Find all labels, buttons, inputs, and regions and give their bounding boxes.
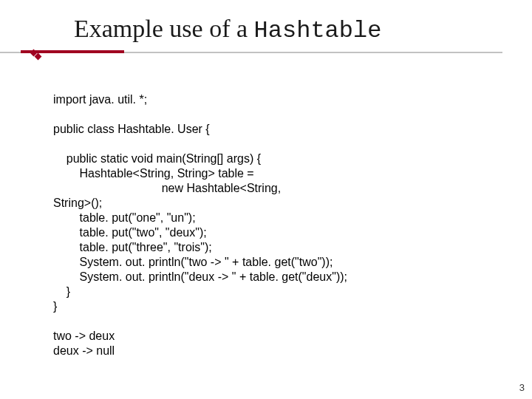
slide-title: Example use of a Hashtable — [0, 15, 532, 50]
code-line: System. out. println("deux -> " + table.… — [53, 270, 347, 283]
code-line: table. put("two", "deux"); — [53, 226, 207, 239]
code-line: public static void main(String[] args) { — [53, 152, 261, 165]
title-mono: Hashtable — [254, 17, 382, 44]
code-line: public class Hashtable. User { — [53, 123, 210, 135]
code-line: deux -> null — [53, 344, 115, 357]
code-line: Hashtable<String, String> table = — [53, 167, 254, 180]
code-line: } — [53, 300, 57, 313]
code-line: import java. util. *; — [53, 93, 147, 106]
code-line: table. put("one", "un"); — [53, 211, 196, 224]
title-block: Example use of a Hashtable — [0, 15, 532, 55]
code-line: } — [53, 285, 70, 298]
title-prefix: Example use of a — [74, 15, 254, 42]
code-line: table. put("three", "trois"); — [53, 241, 212, 253]
code-line: System. out. println("two -> " + table. … — [53, 256, 332, 268]
title-underline — [0, 50, 502, 55]
code-line: String>(); — [53, 197, 102, 209]
page-number: 3 — [519, 382, 525, 393]
code-line: two -> deux — [53, 330, 115, 342]
code-block: import java. util. *; public class Hasht… — [53, 78, 488, 358]
code-line: new Hashtable<String, — [53, 182, 281, 194]
